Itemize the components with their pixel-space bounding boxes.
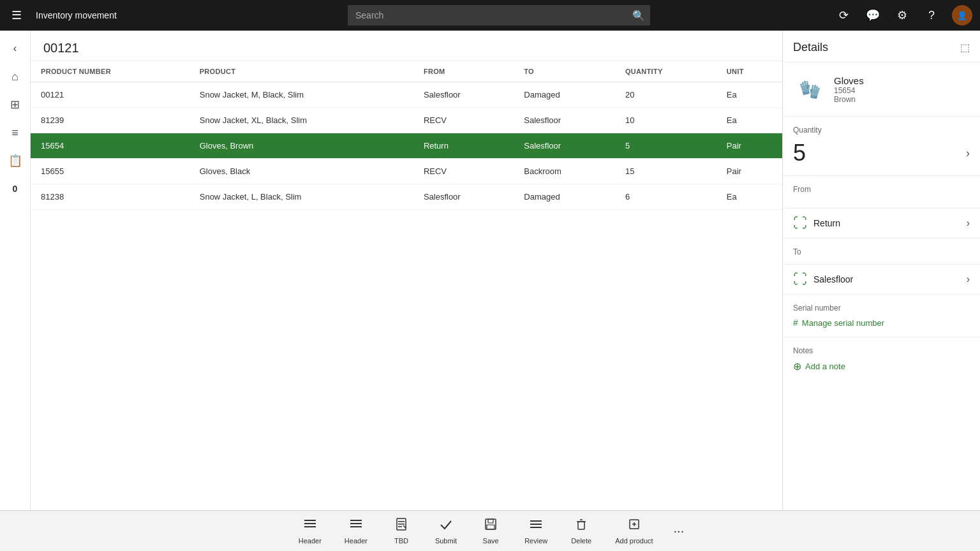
to-section-label: To <box>783 239 980 265</box>
notes-label: Notes <box>793 346 970 355</box>
to-chevron[interactable]: › <box>967 274 970 285</box>
home-button[interactable]: ⌂ <box>3 64 28 89</box>
svg-rect-2 <box>304 526 316 527</box>
details-title: Details <box>793 41 828 54</box>
submit-button[interactable]: Submit <box>424 513 468 548</box>
col-unit: UNIT <box>716 61 782 82</box>
from-location-row[interactable]: ⛶ Return › <box>783 209 980 239</box>
from-location-name: Return <box>813 218 840 228</box>
menu-icon: ≡ <box>11 126 19 140</box>
search-input[interactable] <box>348 5 650 26</box>
avatar-text: 👤 <box>957 11 967 20</box>
review-icon <box>529 517 543 534</box>
tbd-button[interactable]: TBD <box>379 513 424 548</box>
box-button[interactable]: ⊞ <box>3 92 28 117</box>
review-button[interactable]: Review <box>513 513 559 548</box>
cell-product-number: 15655 <box>31 159 189 184</box>
serial-section: Serial number # Manage serial number <box>783 295 980 337</box>
header1-button[interactable]: Header <box>287 513 333 548</box>
save-button[interactable]: Save <box>468 513 513 548</box>
header2-button[interactable]: Header <box>333 513 379 548</box>
svg-rect-13 <box>530 520 542 522</box>
cell-unit: Ea <box>716 184 782 210</box>
svg-rect-8 <box>398 524 405 525</box>
quantity-chevron[interactable]: › <box>966 147 970 160</box>
to-location-row[interactable]: ⛶ Salesfloor › <box>783 265 980 295</box>
search-wrapper: 🔍 <box>348 5 650 26</box>
search-icon: 🔍 <box>632 10 645 21</box>
bottom-toolbar: Header Header TBD <box>0 510 980 551</box>
cell-product-number: 15654 <box>31 133 189 159</box>
help-button[interactable]: ? <box>923 6 940 24</box>
menu-button[interactable]: ≡ <box>3 120 28 145</box>
tbd-label: TBD <box>394 537 408 545</box>
submit-icon <box>439 517 453 534</box>
svg-rect-5 <box>350 526 362 527</box>
svg-rect-12 <box>487 525 494 529</box>
cell-unit: Pair <box>716 159 782 184</box>
from-section-label: From <box>783 176 980 209</box>
cell-product-number: 81239 <box>31 108 189 133</box>
cell-quantity: 6 <box>615 184 716 210</box>
cell-quantity: 5 <box>615 133 716 159</box>
table-body: 00121 Snow Jacket, M, Black, Slim Salesf… <box>31 82 782 210</box>
delete-label: Delete <box>571 537 591 545</box>
chat-icon: 💬 <box>866 8 880 22</box>
main-area: ‹ ⌂ ⊞ ≡ 📋 0 00121 PRODUCT NUMBER PRODUCT… <box>0 31 980 510</box>
data-table: PRODUCT NUMBER PRODUCT FROM TO QUANTITY … <box>31 61 782 210</box>
svg-rect-1 <box>304 523 316 524</box>
table-row[interactable]: 00121 Snow Jacket, M, Black, Slim Salesf… <box>31 82 782 108</box>
settings-button[interactable]: ⚙ <box>893 6 911 24</box>
back-button[interactable]: ‹ <box>3 36 28 61</box>
col-from: FROM <box>413 61 514 82</box>
refresh-button[interactable]: ⟳ <box>835 6 852 24</box>
tbd-icon <box>394 517 408 534</box>
col-quantity: QUANTITY <box>615 61 716 82</box>
to-label: To <box>793 247 970 256</box>
cell-to: Backroom <box>514 159 615 184</box>
manage-serial-link[interactable]: Manage serial number <box>802 318 884 328</box>
table-row[interactable]: 15655 Gloves, Black RECV Backroom 15 Pai… <box>31 159 782 184</box>
cell-product: Snow Jacket, M, Black, Slim <box>189 82 413 108</box>
cell-product: Gloves, Brown <box>189 133 413 159</box>
cell-product-number: 81238 <box>31 184 189 210</box>
search-button[interactable]: 🔍 <box>632 10 645 22</box>
col-product: PRODUCT <box>189 61 413 82</box>
cell-product-number: 00121 <box>31 82 189 108</box>
to-location-left: ⛶ Salesfloor <box>793 271 853 288</box>
table-row[interactable]: 81238 Snow Jacket, L, Black, Slim Salesf… <box>31 184 782 210</box>
avatar[interactable]: 👤 <box>952 5 972 26</box>
col-to: TO <box>514 61 615 82</box>
cell-to: Salesfloor <box>514 108 615 133</box>
back-icon: ‹ <box>13 43 17 54</box>
cell-product: Snow Jacket, XL, Black, Slim <box>189 108 413 133</box>
add-note-label: Add a note <box>805 362 845 371</box>
details-panel: Details ⬚ 🧤 Gloves 15654 Brown Quantity … <box>782 31 980 510</box>
col-product-number: PRODUCT NUMBER <box>31 61 189 82</box>
table-row[interactable]: 15654 Gloves, Brown Return Salesfloor 5 … <box>31 133 782 159</box>
delete-button[interactable]: Delete <box>559 513 604 548</box>
more-button[interactable]: ··· <box>665 520 694 542</box>
cell-from: Return <box>413 133 514 159</box>
cell-unit: Ea <box>716 82 782 108</box>
from-chevron[interactable]: › <box>967 217 970 229</box>
table-row[interactable]: 81239 Snow Jacket, XL, Black, Slim RECV … <box>31 108 782 133</box>
serial-link-row[interactable]: # Manage serial number <box>793 318 970 328</box>
add-product-button[interactable]: Add product <box>604 513 664 548</box>
svg-rect-9 <box>398 526 402 527</box>
cell-product: Snow Jacket, L, Black, Slim <box>189 184 413 210</box>
expand-button[interactable]: ⬚ <box>960 41 970 54</box>
hamburger-menu-button[interactable]: ☰ <box>8 6 26 24</box>
clipboard-button[interactable]: 📋 <box>3 148 28 173</box>
from-location-left: ⛶ Return <box>793 215 840 231</box>
chat-button[interactable]: 💬 <box>864 6 882 24</box>
cell-to: Damaged <box>514 184 615 210</box>
save-icon <box>484 517 498 534</box>
add-note-icon: ⊕ <box>793 360 801 372</box>
header2-icon <box>349 517 363 534</box>
quantity-value-row: 5 › <box>793 140 970 166</box>
quantity-section: Quantity 5 › <box>783 117 980 176</box>
add-note-row[interactable]: ⊕ Add a note <box>793 360 970 372</box>
cell-from: RECV <box>413 108 514 133</box>
to-location-icon: ⛶ <box>793 271 807 288</box>
